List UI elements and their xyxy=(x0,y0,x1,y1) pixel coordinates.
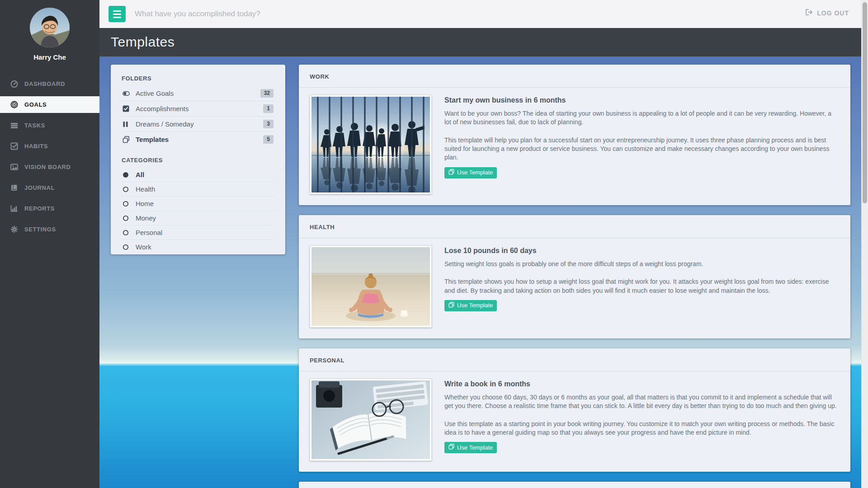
folder-item-active-goals[interactable]: Active Goals 32 xyxy=(122,86,274,101)
template-card-health: HEALTH xyxy=(299,215,850,338)
folder-item-templates[interactable]: Templates 5 xyxy=(122,131,274,147)
template-description: Setting weight loss goals is probably on… xyxy=(444,260,840,268)
clone-icon xyxy=(448,169,454,176)
filled-circle-icon xyxy=(123,171,130,178)
card-category-heading: WORK xyxy=(299,65,850,88)
sidebar-item-label: SETTINGS xyxy=(24,226,56,233)
template-description: Whether you choose 60 days, 30 days or 6… xyxy=(444,393,840,411)
category-label: Personal xyxy=(136,229,162,236)
accomplishment-input[interactable] xyxy=(135,6,451,22)
sidebar-item-dashboard[interactable]: DASHBOARD xyxy=(0,75,99,92)
template-title[interactable]: Write a book in 6 months xyxy=(444,380,840,388)
sign-out-icon xyxy=(806,9,813,17)
categories-heading: CATEGORIES xyxy=(122,147,274,168)
card-category-heading: MONEY xyxy=(299,482,850,488)
sidebar-item-label: VISION BOARD xyxy=(24,164,71,170)
sidebar-item-journal[interactable]: JOURNAL xyxy=(0,179,99,196)
count-badge: 32 xyxy=(260,89,274,98)
category-item-money[interactable]: Money xyxy=(122,211,274,225)
count-badge: 3 xyxy=(263,120,274,128)
template-description: Use this template as a starting point in… xyxy=(444,420,840,437)
template-info: Lose 10 pounds in 60 days Setting weight… xyxy=(444,245,840,328)
category-label: Money xyxy=(136,214,156,222)
category-item-all[interactable]: All xyxy=(122,168,274,182)
circle-icon xyxy=(123,244,130,251)
template-thumbnail[interactable] xyxy=(310,95,432,194)
card-category-heading: PERSONAL xyxy=(299,348,850,371)
card-body: Start my own business in 6 months Want t… xyxy=(299,88,850,205)
category-label: Home xyxy=(136,200,154,207)
folders-panel: FOLDERS Active Goals 32 Accomplishments … xyxy=(111,65,285,254)
clone-icon xyxy=(448,444,454,451)
clone-icon xyxy=(448,302,454,309)
sidebar-item-vision-board[interactable]: VISION BOARD xyxy=(0,159,99,175)
check-square-icon xyxy=(10,142,18,150)
template-info: Start my own business in 6 months Want t… xyxy=(444,95,840,194)
template-title[interactable]: Start my own business in 6 months xyxy=(444,96,840,104)
use-template-button[interactable]: Use Template xyxy=(444,442,497,453)
template-thumbnail[interactable] xyxy=(310,245,432,328)
page-header: Templates xyxy=(99,28,868,56)
business-meeting-image xyxy=(311,97,430,192)
book-desk-image xyxy=(311,380,430,459)
template-thumbnail[interactable] xyxy=(310,379,432,461)
use-template-button[interactable]: Use Template xyxy=(444,300,497,311)
sidebar-item-label: REPORTS xyxy=(24,205,55,212)
gear-icon xyxy=(10,225,18,233)
folder-item-accomplishments[interactable]: Accomplishments 1 xyxy=(122,101,274,116)
yoga-beach-image xyxy=(311,247,430,326)
sidebar-item-label: TASKS xyxy=(24,122,45,129)
user-name: Harry Che xyxy=(0,53,99,61)
avatar[interactable] xyxy=(30,8,70,47)
use-template-button[interactable]: Use Template xyxy=(444,167,497,178)
category-item-personal[interactable]: Personal xyxy=(122,225,274,239)
avatar-photo xyxy=(30,8,70,47)
template-card-personal: PERSONAL xyxy=(299,348,850,472)
template-cards: WORK xyxy=(299,65,850,488)
sidebar-item-settings[interactable]: SETTINGS xyxy=(0,221,99,238)
scrollbar-thumb[interactable] xyxy=(863,2,867,203)
template-description: This template shows you how to setup a w… xyxy=(444,277,840,295)
bar-chart-icon xyxy=(10,205,18,212)
count-badge: 1 xyxy=(263,104,274,113)
sidebar-item-tasks[interactable]: TASKS xyxy=(0,117,99,134)
sidebar-item-label: DASHBOARD xyxy=(24,80,65,87)
category-item-home[interactable]: Home xyxy=(122,196,274,211)
template-description: This template will help you plan for a s… xyxy=(444,136,840,162)
folder-label: Templates xyxy=(136,136,169,143)
toggle-icon xyxy=(123,90,130,97)
folders-heading: FOLDERS xyxy=(122,68,274,86)
sidebar-item-label: HABITS xyxy=(24,143,48,150)
count-badge: 5 xyxy=(263,135,274,144)
category-item-work[interactable]: Work xyxy=(122,239,274,254)
check-square-icon xyxy=(123,105,130,113)
sidebar-nav: DASHBOARD GOALS TASKS HABITS xyxy=(0,75,99,238)
window-scrollbar[interactable] xyxy=(861,0,868,488)
sidebar: Harry Che DASHBOARD GOALS TASKS xyxy=(0,0,99,488)
category-label: All xyxy=(136,171,144,178)
pause-icon xyxy=(123,121,130,128)
logout-button[interactable]: LOG OUT xyxy=(806,9,849,17)
folder-item-dreams-someday[interactable]: Dreams / Someday 3 xyxy=(122,116,274,131)
sidebar-item-label: JOURNAL xyxy=(24,184,55,191)
image-icon xyxy=(10,163,18,171)
sidebar-item-reports[interactable]: REPORTS xyxy=(0,200,99,217)
circle-icon xyxy=(123,229,130,236)
card-body: Write a book in 6 months Whether you cho… xyxy=(299,371,850,472)
book-icon xyxy=(10,184,18,192)
dashboard-icon xyxy=(10,80,18,88)
app-window: Harry Che DASHBOARD GOALS TASKS xyxy=(0,0,868,488)
menu-toggle-button[interactable] xyxy=(108,6,126,22)
sidebar-item-label: GOALS xyxy=(24,101,47,108)
category-item-health[interactable]: Health xyxy=(122,182,274,196)
folders-list: Active Goals 32 Accomplishments 1 Dreams… xyxy=(122,86,274,147)
template-title[interactable]: Lose 10 pounds in 60 days xyxy=(444,247,840,255)
template-card-money: MONEY xyxy=(299,482,850,488)
card-body: Lose 10 pounds in 60 days Setting weight… xyxy=(299,238,850,338)
main-content: FOLDERS Active Goals 32 Accomplishments … xyxy=(99,56,868,488)
template-card-work: WORK xyxy=(299,65,850,205)
tasks-list-icon xyxy=(10,122,18,129)
use-template-label: Use Template xyxy=(457,302,493,309)
sidebar-item-habits[interactable]: HABITS xyxy=(0,138,99,155)
sidebar-item-goals[interactable]: GOALS xyxy=(0,96,99,113)
